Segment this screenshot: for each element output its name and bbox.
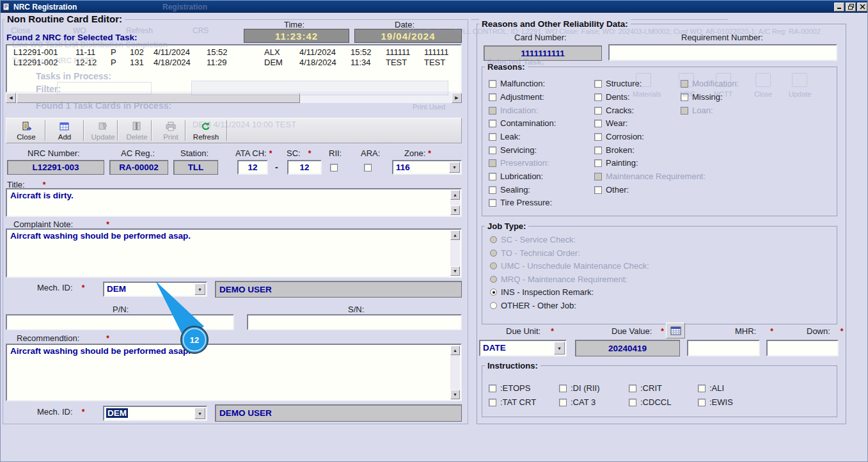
ali-checkbox[interactable] <box>698 385 706 392</box>
requirement-number-input[interactable] <box>608 44 837 61</box>
scroll-up-icon[interactable]: ▲ <box>450 230 460 240</box>
di-rii-checkbox[interactable] <box>559 385 567 392</box>
due-unit-combo[interactable]: DATE ▼ <box>479 340 567 356</box>
ata-ch-input[interactable]: 12 <box>237 160 268 175</box>
reason-other[interactable]: Other: <box>594 185 629 195</box>
scroll-up-icon[interactable]: ▲ <box>450 190 460 200</box>
instruction-cat3[interactable]: :CAT 3 <box>559 397 596 407</box>
pn-input[interactable] <box>6 314 234 330</box>
reason-cracks[interactable]: Cracks: <box>594 106 634 115</box>
other-job-radio[interactable] <box>490 302 497 309</box>
instruction-etops[interactable]: :ETOPS <box>489 383 530 393</box>
painting-checkbox[interactable] <box>594 159 602 167</box>
mhr-input[interactable] <box>687 340 760 356</box>
malfunction-checkbox[interactable] <box>489 80 496 88</box>
job-other[interactable]: OTHER - Other Job: <box>490 301 576 310</box>
leak-checkbox[interactable] <box>489 133 496 141</box>
scroll-down-icon[interactable]: ▼ <box>450 205 460 215</box>
adjustment-checkbox[interactable] <box>489 93 496 101</box>
broken-checkbox[interactable] <box>594 147 602 154</box>
print-button[interactable]: Print <box>155 120 187 143</box>
reason-sealing[interactable]: Sealing: <box>489 185 530 195</box>
refresh-button[interactable]: Refresh <box>189 120 223 143</box>
scroll-up-icon[interactable]: ▲ <box>450 346 460 355</box>
nrc-list-row-1[interactable]: L12291-00111-11P1024/11/202415:52ALX4/11… <box>7 47 461 57</box>
minimize-button[interactable] <box>834 3 844 12</box>
reason-leak[interactable]: Leak: <box>489 132 521 141</box>
wear-checkbox[interactable] <box>594 120 602 127</box>
structure-checkbox[interactable] <box>594 80 602 88</box>
contamination-checkbox[interactable] <box>489 120 496 127</box>
reason-tire-pressure[interactable]: Tire Pressure: <box>489 198 552 207</box>
tat-crt-checkbox[interactable] <box>489 399 496 406</box>
reason-structure[interactable]: Structure: <box>594 79 642 88</box>
close-window-button[interactable] <box>857 3 867 12</box>
dents-checkbox[interactable] <box>594 93 602 101</box>
add-button[interactable]: Add <box>49 120 81 143</box>
mech-id-1-dropdown-icon[interactable]: ▼ <box>194 283 205 295</box>
recommend-scrollbar[interactable]: ▲▼ <box>450 346 460 399</box>
nrc-list-row-2[interactable]: L12291-00212-12P1314/18/202411:29DEM4/18… <box>7 58 461 67</box>
sn-input[interactable] <box>247 314 462 330</box>
instruction-cdccl[interactable]: :CDCCL <box>629 397 671 407</box>
ewis-checkbox[interactable] <box>698 399 706 406</box>
reason-malfunction[interactable]: Malfunction: <box>489 79 545 88</box>
reason-contamination[interactable]: Contamination: <box>489 118 556 128</box>
mech-id-2-dropdown-icon[interactable]: ▼ <box>194 408 205 419</box>
scroll-down-icon[interactable]: ▼ <box>450 390 460 399</box>
reason-wear[interactable]: Wear: <box>594 118 627 128</box>
delete-button[interactable]: Delete <box>121 120 153 143</box>
title-textarea[interactable]: Aircraft is dirty. ▲▼ <box>6 188 462 217</box>
calendar-button[interactable] <box>666 323 685 339</box>
nrc-list[interactable]: L12291-00111-11P1024/11/202415:52ALX4/11… <box>6 44 462 93</box>
corrosion-checkbox[interactable] <box>594 133 602 141</box>
scroll-left-button[interactable]: ◀ <box>6 93 16 103</box>
mech-id-2-combo[interactable]: DEM ▼ <box>103 406 207 421</box>
ara-checkbox[interactable] <box>364 164 372 171</box>
down-input[interactable] <box>766 340 839 356</box>
ins-radio[interactable] <box>490 289 497 296</box>
missing-checkbox[interactable] <box>681 93 688 101</box>
close-button[interactable]: Close <box>10 120 42 143</box>
instruction-di-rii[interactable]: :DI (RII) <box>559 383 600 393</box>
instruction-tat-crt[interactable]: :TAT CRT <box>489 397 536 407</box>
instruction-crit[interactable]: :CRIT <box>629 383 662 393</box>
cracks-checkbox[interactable] <box>594 107 602 115</box>
recommend-textarea[interactable]: Aircraft washing should be performed asa… <box>6 344 462 401</box>
restore-button[interactable] <box>846 3 856 12</box>
sc-input[interactable]: 12 <box>287 160 322 175</box>
etops-checkbox[interactable] <box>489 385 496 392</box>
crit-checkbox[interactable] <box>629 385 636 392</box>
title-scrollbar[interactable]: ▲▼ <box>450 190 460 215</box>
due-unit-dropdown-icon[interactable]: ▼ <box>554 342 565 354</box>
reason-servicing[interactable]: Servicing: <box>489 145 537 155</box>
reason-adjustment[interactable]: Adjustment: <box>489 92 544 102</box>
list-hscrollbar[interactable]: ◀ ▶ <box>6 93 462 103</box>
reason-broken[interactable]: Broken: <box>594 145 635 155</box>
cat3-checkbox[interactable] <box>559 399 567 406</box>
scroll-down-icon[interactable]: ▼ <box>450 266 460 276</box>
zone-combo[interactable]: 116 ▼ <box>392 160 462 175</box>
reason-lubrication[interactable]: Lubrication: <box>489 171 543 181</box>
lubrication-checkbox[interactable] <box>489 173 496 180</box>
complaint-scrollbar[interactable]: ▲▼ <box>450 230 460 276</box>
instruction-ali[interactable]: :ALI <box>698 383 724 393</box>
mech-id-1-combo[interactable]: DEM ▼ <box>103 282 207 297</box>
rii-checkbox[interactable] <box>330 164 338 171</box>
cdccl-checkbox[interactable] <box>629 399 636 406</box>
other-checkbox[interactable] <box>594 186 602 194</box>
tire-pressure-checkbox[interactable] <box>489 199 496 207</box>
update-button[interactable]: Update <box>87 120 119 143</box>
sealing-checkbox[interactable] <box>489 186 496 194</box>
instruction-ewis[interactable]: :EWIS <box>698 397 733 407</box>
reason-painting[interactable]: Painting: <box>594 158 638 168</box>
zone-dropdown-icon[interactable]: ▼ <box>449 162 460 173</box>
reason-corrosion[interactable]: Corrosion: <box>594 132 644 141</box>
complaint-textarea[interactable]: Aircraft washing should be performed asa… <box>6 228 462 278</box>
scroll-right-button[interactable]: ▶ <box>452 93 462 103</box>
reason-missing[interactable]: Missing: <box>681 92 723 102</box>
scroll-thumb[interactable] <box>17 93 300 103</box>
servicing-checkbox[interactable] <box>489 147 496 154</box>
job-ins[interactable]: INS - Inspection Remark: <box>490 287 594 297</box>
reason-dents[interactable]: Dents: <box>594 92 630 102</box>
